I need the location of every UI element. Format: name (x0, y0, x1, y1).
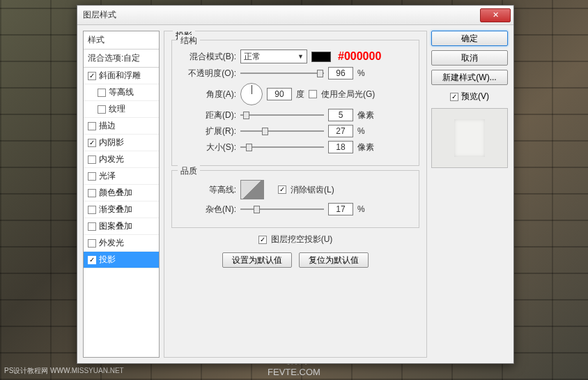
sidebar-item-checkbox[interactable] (88, 222, 96, 231)
sidebar-item-6[interactable]: 光泽 (84, 168, 159, 185)
opacity-input[interactable]: 96 (328, 67, 353, 79)
sidebar-item-5[interactable]: 内发光 (84, 151, 159, 168)
size-slider[interactable] (240, 142, 324, 152)
reset-default-button[interactable]: 复位为默认值 (299, 252, 369, 268)
effects-sidebar: 样式 混合选项:自定 斜面和浮雕等高线纹理描边内阴影内发光光泽颜色叠加渐变叠加图… (83, 31, 160, 358)
sidebar-item-label: 外发光 (99, 237, 124, 249)
color-hex-annotation: #000000 (338, 50, 381, 63)
sidebar-item-label: 颜色叠加 (99, 187, 132, 199)
sidebar-item-checkbox[interactable] (88, 172, 96, 181)
sidebar-item-checkbox[interactable] (88, 72, 96, 80)
size-unit: 像素 (357, 142, 374, 153)
sidebar-item-label: 内阴影 (99, 137, 124, 149)
sidebar-item-checkbox[interactable] (88, 206, 96, 214)
opacity-unit: % (357, 68, 365, 78)
global-light-label: 使用全局光(G) (321, 89, 375, 100)
spread-input[interactable]: 27 (328, 125, 353, 137)
sidebar-item-2[interactable]: 纹理 (84, 101, 159, 118)
sidebar-item-label: 纹理 (109, 103, 125, 115)
size-label: 大小(S): (179, 142, 236, 153)
layer-style-dialog: 图层样式 ✕ 样式 混合选项:自定 斜面和浮雕等高线纹理描边内阴影内发光光泽颜色… (77, 5, 514, 364)
sidebar-item-label: 等高线 (109, 86, 134, 98)
noise-input[interactable]: 17 (328, 203, 353, 215)
sidebar-item-8[interactable]: 渐变叠加 (84, 202, 159, 218)
structure-fieldset: 结构 混合模式(B): 正常▼ #000000 不透明度(O): 96 % (171, 40, 419, 166)
quality-legend: 品质 (178, 165, 200, 177)
sidebar-item-7[interactable]: 颜色叠加 (84, 185, 159, 202)
noise-slider[interactable] (240, 204, 324, 214)
structure-legend: 结构 (178, 35, 200, 47)
antialias-label: 消除锯齿(L) (291, 184, 334, 196)
effect-panel: 投影 结构 混合模式(B): 正常▼ #000000 不透明度(O): 96 % (164, 31, 427, 358)
cancel-button[interactable]: 取消 (431, 50, 508, 66)
preview-label: 预览(V) (461, 91, 489, 102)
sidebar-item-checkbox[interactable] (98, 105, 106, 114)
global-light-checkbox[interactable] (309, 90, 317, 98)
watermark-text: PS设计教程网 WWW.MISSYUAN.NET (4, 366, 124, 376)
sidebar-item-checkbox[interactable] (88, 189, 96, 197)
new-style-button[interactable]: 新建样式(W)... (431, 70, 508, 85)
noise-unit: % (357, 204, 365, 214)
sidebar-item-label: 图案叠加 (99, 220, 132, 232)
sidebar-item-checkbox[interactable] (88, 155, 96, 164)
contour-label: 等高线: (179, 184, 236, 196)
dialog-buttons: 确定 取消 新建样式(W)... 预览(V) (431, 31, 508, 358)
opacity-label: 不透明度(O): (179, 68, 236, 79)
sidebar-item-10[interactable]: 外发光 (84, 235, 159, 252)
sidebar-item-checkbox[interactable] (88, 239, 96, 248)
distance-slider[interactable] (240, 110, 324, 120)
sidebar-header-styles[interactable]: 样式 (84, 31, 159, 50)
sidebar-item-3[interactable]: 描边 (84, 118, 159, 135)
set-default-button[interactable]: 设置为默认值 (222, 252, 292, 268)
spread-label: 扩展(R): (179, 126, 236, 137)
sidebar-item-label: 斜面和浮雕 (99, 70, 141, 82)
sidebar-item-checkbox[interactable] (88, 256, 96, 264)
sidebar-item-11[interactable]: 投影 (84, 252, 159, 268)
opacity-slider[interactable] (240, 68, 324, 78)
blend-mode-select[interactable]: 正常▼ (240, 50, 307, 63)
shadow-color-swatch[interactable] (311, 52, 331, 62)
sidebar-item-label: 内发光 (99, 153, 124, 165)
sidebar-item-9[interactable]: 图案叠加 (84, 218, 159, 235)
preview-checkbox[interactable] (450, 93, 458, 101)
size-input[interactable]: 18 (328, 141, 353, 153)
blend-mode-label: 混合模式(B): (179, 51, 236, 63)
sidebar-item-0[interactable]: 斜面和浮雕 (84, 68, 159, 84)
quality-fieldset: 品质 等高线: 消除锯齿(L) 杂色(N): 17 % (171, 170, 419, 228)
contour-picker[interactable] (240, 180, 264, 199)
antialias-checkbox[interactable] (278, 185, 286, 194)
sidebar-item-checkbox[interactable] (98, 89, 106, 97)
knockout-checkbox[interactable] (258, 236, 267, 244)
sidebar-item-4[interactable]: 内阴影 (84, 135, 159, 151)
dialog-title: 图层样式 (83, 9, 116, 21)
sidebar-item-label: 渐变叠加 (99, 204, 132, 215)
sidebar-item-checkbox[interactable] (88, 122, 96, 130)
sidebar-item-1[interactable]: 等高线 (84, 84, 159, 101)
sidebar-item-label: 光泽 (99, 170, 116, 182)
preview-swatch (454, 119, 485, 157)
sidebar-item-label: 描边 (99, 120, 116, 132)
spread-unit: % (357, 126, 365, 136)
noise-label: 杂色(N): (179, 204, 236, 215)
chevron-down-icon: ▼ (297, 53, 304, 60)
angle-unit: 度 (296, 89, 304, 100)
close-button[interactable]: ✕ (480, 8, 511, 22)
sidebar-item-label: 投影 (99, 254, 116, 266)
distance-label: 距离(D): (179, 109, 236, 121)
angle-label: 角度(A): (179, 89, 236, 100)
distance-input[interactable]: 5 (328, 109, 353, 121)
sidebar-header-blend[interactable]: 混合选项:自定 (84, 50, 159, 68)
spread-slider[interactable] (240, 126, 324, 136)
titlebar[interactable]: 图层样式 ✕ (77, 6, 513, 25)
preview-area (431, 108, 508, 168)
knockout-label: 图层挖空投影(U) (271, 234, 333, 245)
ok-button[interactable]: 确定 (431, 31, 508, 46)
sidebar-item-checkbox[interactable] (88, 139, 96, 147)
distance-unit: 像素 (357, 109, 374, 121)
angle-input[interactable]: 90 (267, 88, 292, 100)
angle-dial[interactable] (240, 83, 263, 105)
